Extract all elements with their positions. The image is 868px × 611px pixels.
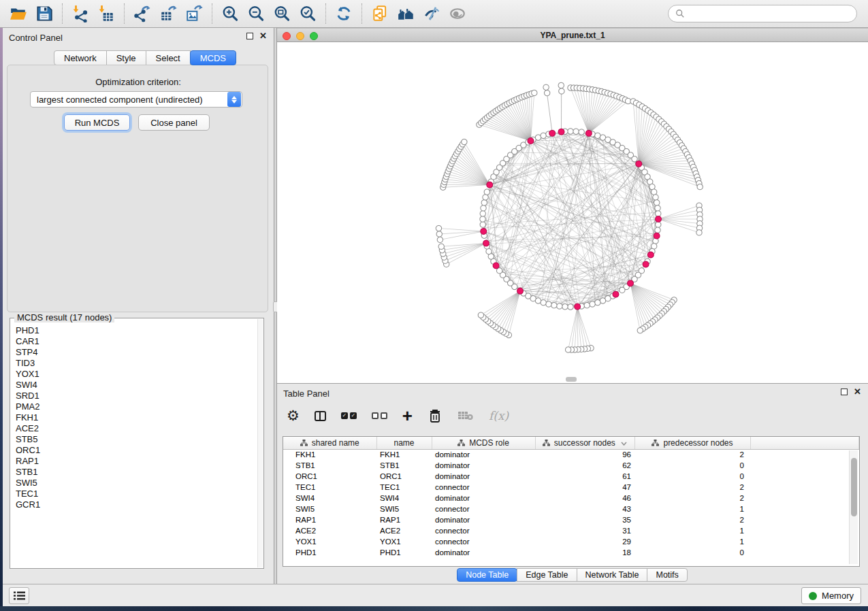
network-hscroll-thumb[interactable] [566,377,577,382]
control-panel-tabs: Network Style Select MCDS [54,50,236,65]
tab-mcds[interactable]: MCDS [190,50,236,65]
mcds-result-item[interactable]: STB5 [13,434,255,445]
col-predecessor-nodes[interactable]: predecessor nodes [634,437,750,449]
mcds-result-item[interactable]: FKH1 [13,412,255,423]
close-panel-button[interactable]: Close panel [138,114,210,131]
col-mcds-role[interactable]: MCDS role [432,437,535,449]
float-panel-icon[interactable] [246,33,253,39]
add-column-icon[interactable]: + [402,409,413,423]
mcds-result-item[interactable]: PHD1 [13,325,255,336]
import-network-icon[interactable] [67,3,93,24]
deselect-all-icon[interactable] [372,412,387,419]
mcds-result-item[interactable]: SRD1 [13,391,255,401]
zoom-out-icon[interactable] [243,3,269,24]
col-filler [750,437,859,449]
table-row[interactable]: RAP1RAP1dominator352 [283,514,859,525]
node-table-body: FKH1FKH1dominator962STB1STB1dominator620… [283,449,859,558]
network-canvas[interactable] [277,42,868,383]
refresh-icon[interactable] [331,3,357,24]
tab-network-table[interactable]: Network Table [577,568,648,582]
tab-node-table[interactable]: Node Table [457,568,517,582]
mcds-result-title: MCDS result (17 nodes) [14,312,114,323]
close-panel-icon[interactable]: ✕ [259,33,267,39]
table-row[interactable]: SWI5SWI5connector431 [283,503,859,514]
table-settings-icon[interactable]: ⚙ [287,409,300,423]
zoom-fit-icon[interactable] [269,3,295,24]
memory-status-icon [809,592,817,600]
toolbar-separator [212,3,212,24]
export-network-icon[interactable] [129,3,155,24]
home-views-icon[interactable] [393,3,419,24]
table-row[interactable]: PHD1PHD1dominator180 [283,547,859,558]
save-session-icon[interactable] [31,3,57,24]
open-session-icon[interactable] [5,3,31,24]
mcds-result-item[interactable]: ACE2 [13,423,255,434]
show-columns-icon[interactable] [315,411,326,421]
status-bar: Memory [3,584,868,606]
toolbar-separator [361,3,362,24]
mcds-result-item[interactable]: STB1 [13,467,255,478]
table-row[interactable]: SWI4SWI4dominator462 [283,493,859,503]
table-row[interactable]: TEC1TEC1connector472 [283,482,859,493]
mcds-result-item[interactable]: YOX1 [13,369,255,380]
mcds-result-item[interactable]: GCR1 [13,499,255,510]
table-row[interactable]: YOX1YOX1connector291 [283,536,859,547]
table-tabs: Node Table Edge Table Network Table Moti… [277,568,868,582]
tab-motifs[interactable]: Motifs [647,568,687,582]
mcds-result-item[interactable]: SWI4 [13,380,255,391]
delete-column-icon[interactable] [428,408,443,424]
col-name[interactable]: name [376,437,432,449]
run-mcds-button[interactable]: Run MCDS [64,114,130,131]
dropdown-stepper-icon [227,92,241,107]
col-shared-name[interactable]: shared name [283,437,376,449]
mcds-result-item[interactable]: ORC1 [13,445,255,456]
show-hide-graphics-icon[interactable] [419,3,445,24]
close-table-panel-icon[interactable]: ✕ [854,389,861,395]
export-table-icon[interactable] [155,3,181,24]
tab-edge-table[interactable]: Edge Table [517,568,577,582]
mcds-result-item[interactable]: PMA2 [13,401,255,412]
mcds-result-group: MCDS result (17 nodes) PHD1CAR1STP4TID3Y… [10,318,264,569]
search-box[interactable] [668,5,857,22]
zoom-selected-icon[interactable] [295,3,321,24]
table-vscrollbar[interactable] [849,450,858,564]
col-successor-nodes[interactable]: successor nodes [535,437,634,449]
optimization-criterion-label: Optimization criterion: [3,77,274,87]
mcds-result-item[interactable]: CAR1 [13,336,255,347]
mcds-result-list: PHD1CAR1STP4TID3YOX1SWI4SRD1PMA2FKH1ACE2… [13,325,255,565]
mcds-result-scrollbar[interactable] [257,319,263,567]
table-row[interactable]: ORC1ORC1dominator610 [283,471,859,482]
memory-button[interactable]: Memory [801,587,861,604]
tab-style[interactable]: Style [106,50,146,65]
toolbar-separator [62,3,63,24]
mcds-result-item[interactable]: TID3 [13,358,255,369]
network-titlebar[interactable]: YPA_prune.txt_1 [277,28,868,42]
table-vscroll-thumb[interactable] [851,458,857,516]
main-toolbar [0,0,868,28]
memory-label: Memory [822,591,854,601]
import-table-icon[interactable] [93,3,119,24]
desktop-wallpaper-bottom [0,606,868,611]
mcds-result-item[interactable]: TEC1 [13,489,255,499]
float-table-panel-icon[interactable] [841,389,848,395]
table-row[interactable]: ACE2ACE2connector311 [283,525,859,536]
tab-select[interactable]: Select [146,50,191,65]
table-row[interactable]: STB1STB1dominator620 [283,460,859,471]
search-input[interactable] [689,9,850,19]
clipboard-network-icon[interactable] [367,3,393,24]
task-history-button[interactable] [9,587,29,604]
network-window-title: YPA_prune.txt_1 [277,31,868,40]
tab-network[interactable]: Network [54,50,107,65]
table-toolbar: ⚙ ✓✓ + f(x) [287,403,509,429]
mcds-result-item[interactable]: SWI5 [13,478,255,489]
mcds-result-item[interactable]: STP4 [13,347,255,358]
select-all-icon[interactable]: ✓✓ [341,412,357,419]
export-image-icon[interactable] [181,3,207,24]
criterion-value: largest connected component (undirected) [31,95,227,105]
criterion-dropdown[interactable]: largest connected component (undirected) [30,91,242,108]
mcds-result-item[interactable]: RAP1 [13,456,255,467]
control-panel-title: Control Panel [9,33,63,43]
table-row[interactable]: FKH1FKH1dominator962 [283,449,859,460]
preview-eye-icon[interactable] [445,3,470,24]
zoom-in-icon[interactable] [217,3,243,24]
